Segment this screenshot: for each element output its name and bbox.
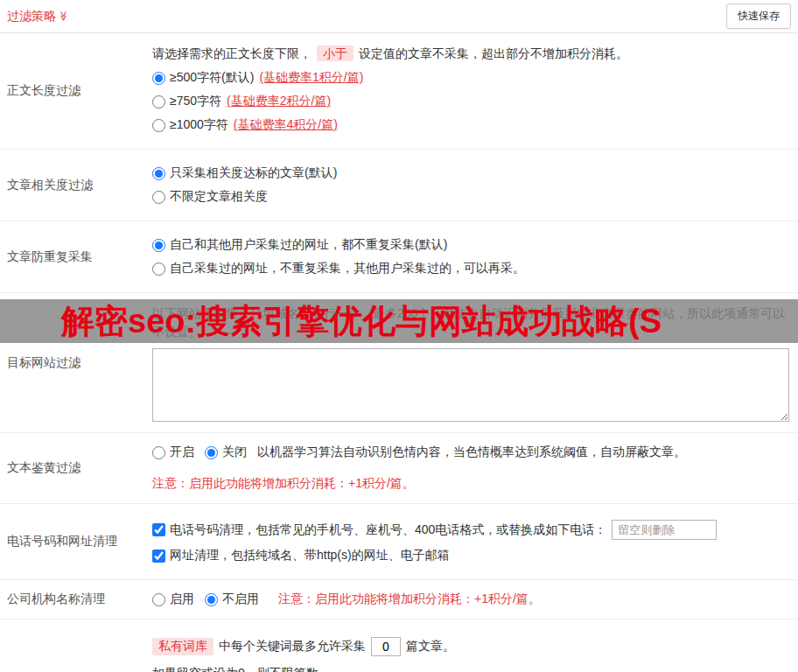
section-keyword-dedup: 关键词防重复采集 私有词库 中每个关键词最多允许采集 篇文章。 如果留空或设为0… — [0, 620, 798, 672]
section-content: 只采集相关度达标的文章(默认) 不限定文章相关度 — [152, 150, 798, 220]
radio-option-org-enable[interactable]: 启用 — [152, 592, 194, 607]
radio-label: ≥750字符 — [170, 94, 221, 109]
radio-relevance-any[interactable] — [152, 191, 165, 204]
watermark-overlay: 解密seo:搜索引擎优化与网站成功战略(S — [0, 299, 798, 343]
radio-dedup-self-only[interactable] — [152, 262, 165, 276]
private-thesaurus-link[interactable]: 私有词库 — [152, 638, 214, 655]
blocked-domains-textarea[interactable] — [152, 348, 789, 422]
chevron-down-icon: ≫ — [58, 11, 69, 22]
radio-option-750-chars[interactable]: ≥750字符 (基础费率2积分/篇) — [152, 94, 789, 109]
checkbox-option-phone-cleanup[interactable]: 电话号码清理，包括常见的手机号、座机号、400电话格式，或替换成如下电话： — [152, 520, 789, 540]
section-dedup-collection: 文章防重复采集 自己和其他用户采集过的网址，都不重复采集(默认) 自己采集过的网… — [0, 221, 798, 293]
section-content: 自己和其他用户采集过的网址，都不重复采集(默认) 自己采集过的网址，不重复采集，… — [152, 221, 798, 292]
replacement-phone-input[interactable] — [612, 520, 717, 540]
section-label: 文章相关度过滤 — [0, 150, 152, 220]
radio-option-org-disable[interactable]: 不启用 — [205, 592, 259, 607]
radio-750-chars[interactable] — [152, 95, 165, 108]
radio-label: 自己采集过的网址，不重复采集，其他用户采集过的，可以再采。 — [170, 261, 525, 276]
radio-option-dedup-all-users[interactable]: 自己和其他用户采集过的网址，都不重复采集(默认) — [152, 237, 789, 253]
watermark-text: 解密seo:搜索引擎优化与网站成功战略(S — [0, 299, 662, 343]
keyword-unlimited-note: 如果留空或设为0，则不限篇数。 — [152, 666, 789, 672]
radio-label: 开启 — [170, 444, 194, 460]
radio-option-porn-off[interactable]: 关闭 — [205, 444, 247, 460]
radio-option-1000-chars[interactable]: ≥1000字符 (基础费率4积分/篇) — [152, 117, 789, 133]
checkbox-url-cleanup[interactable] — [152, 550, 165, 563]
quick-save-button[interactable]: 快速保存 — [726, 4, 791, 29]
radio-option-relevance-any[interactable]: 不限定文章相关度 — [152, 189, 789, 205]
section-phone-url-cleanup: 电话号码和网址清理 电话号码清理，包括常见的手机号、座机号、400电话格式，或替… — [0, 504, 798, 580]
rate-note-link[interactable]: (基础费率4积分/篇) — [234, 117, 338, 133]
org-cleanup-cost-note: 注意：启用此功能将增加积分消耗：+1积分/篇。 — [278, 592, 541, 607]
radio-label: ≥500字符(默认) — [170, 70, 254, 86]
radio-500-chars[interactable] — [152, 72, 165, 85]
section-content: 私有词库 中每个关键词最多允许采集 篇文章。 如果留空或设为0，则不限篇数。 如… — [152, 620, 798, 672]
page-title[interactable]: 过滤策略 ≫ — [7, 9, 69, 24]
intro-text-after: 设定值的文章不采集，超出部分不增加积分消耗。 — [359, 46, 628, 60]
section-content: 电话号码清理，包括常见的手机号、座机号、400电话格式，或替换成如下电话： 网址… — [152, 504, 798, 579]
section-content: 请选择需求的正文长度下限，小于设定值的文章不采集，超出部分不增加积分消耗。 ≥5… — [152, 33, 798, 149]
porn-filter-description: 以机器学习算法自动识别色情内容，当色情概率达到系统阈值，自动屏蔽文章。 — [257, 444, 686, 460]
radio-label: 不限定文章相关度 — [170, 189, 268, 205]
radio-label: 自己和其他用户采集过的网址，都不重复采集(默认) — [170, 237, 447, 253]
checkbox-phone-cleanup[interactable] — [152, 523, 165, 536]
radio-option-porn-on[interactable]: 开启 — [152, 444, 194, 460]
porn-filter-options: 开启 关闭 以机器学习算法自动识别色情内容，当色情概率达到系统阈值，自动屏蔽文章… — [152, 441, 789, 464]
section-label: 公司机构名称清理 — [0, 580, 152, 619]
section-relevance-filter: 文章相关度过滤 只采集相关度达标的文章(默认) 不限定文章相关度 — [0, 150, 798, 221]
section-label: 关键词防重复采集 — [0, 620, 152, 672]
toolbar: 过滤策略 ≫ 快速保存 — [0, 0, 798, 33]
checkbox-label: 网址清理，包括纯域名、带http(s)的网址、电子邮箱 — [170, 548, 450, 564]
checkbox-label: 电话号码清理，包括常见的手机号、座机号、400电话格式，或替换成如下电话： — [170, 522, 606, 538]
page-title-text: 过滤策略 — [7, 9, 56, 24]
checkbox-option-url-cleanup[interactable]: 网址清理，包括纯域名、带http(s)的网址、电子邮箱 — [152, 548, 789, 564]
keyword-limit-line: 私有词库 中每个关键词最多允许采集 篇文章。 — [152, 637, 789, 656]
radio-porn-on[interactable] — [152, 446, 165, 459]
radio-option-dedup-self-only[interactable]: 自己采集过的网址，不重复采集，其他用户采集过的，可以再采。 — [152, 261, 789, 276]
radio-option-relevance-default[interactable]: 只采集相关度达标的文章(默认) — [152, 165, 789, 181]
radio-option-500-chars[interactable]: ≥500字符(默认) (基础费率1积分/篇) — [152, 70, 789, 86]
section-label: 文章防重复采集 — [0, 221, 152, 292]
keyword-limit-suffix: 篇文章。 — [406, 639, 455, 654]
section-body-length-filter: 正文长度过滤 请选择需求的正文长度下限，小于设定值的文章不采集，超出部分不增加积… — [0, 33, 798, 150]
radio-org-disable[interactable] — [205, 593, 218, 606]
radio-label: 关闭 — [222, 444, 247, 460]
section-label: 电话号码和网址清理 — [0, 504, 152, 579]
intro-text-before: 请选择需求的正文长度下限， — [152, 46, 312, 60]
radio-label: 启用 — [170, 592, 194, 607]
rate-note-link[interactable]: (基础费率2积分/篇) — [227, 94, 331, 109]
radio-label: ≥1000字符 — [170, 117, 228, 133]
section-label: 正文长度过滤 — [0, 33, 152, 149]
rate-note-link[interactable]: (基础费率1积分/篇) — [259, 70, 363, 86]
porn-filter-cost-note: 注意：启用此功能将增加积分消耗：+1积分/篇。 — [152, 476, 789, 492]
section-company-name-cleanup: 公司机构名称清理 启用 不启用 注意：启用此功能将增加积分消耗：+1积分/篇。 — [0, 580, 798, 620]
radio-porn-off[interactable] — [205, 446, 218, 459]
section-porn-filter: 文本鉴黄过滤 开启 关闭 以机器学习算法自动识别色情内容，当色情概率达到系统阈值… — [0, 433, 798, 504]
section-content: 启用 不启用 注意：启用此功能将增加积分消耗：+1积分/篇。 — [152, 580, 798, 619]
radio-relevance-default[interactable] — [152, 167, 165, 180]
less-than-highlight: 小于 — [317, 46, 354, 61]
body-length-intro: 请选择需求的正文长度下限，小于设定值的文章不采集，超出部分不增加积分消耗。 — [152, 46, 789, 62]
keyword-limit-text: 中每个关键词最多允许采集 — [219, 639, 366, 654]
max-articles-input[interactable] — [371, 637, 401, 656]
radio-label: 只采集相关度达标的文章(默认) — [170, 165, 337, 181]
radio-1000-chars[interactable] — [152, 119, 165, 132]
section-label: 文本鉴黄过滤 — [0, 433, 152, 503]
radio-org-enable[interactable] — [152, 593, 165, 606]
radio-label: 不启用 — [222, 592, 259, 607]
radio-dedup-all-users[interactable] — [152, 239, 165, 252]
section-content: 开启 关闭 以机器学习算法自动识别色情内容，当色情概率达到系统阈值，自动屏蔽文章… — [152, 433, 798, 503]
